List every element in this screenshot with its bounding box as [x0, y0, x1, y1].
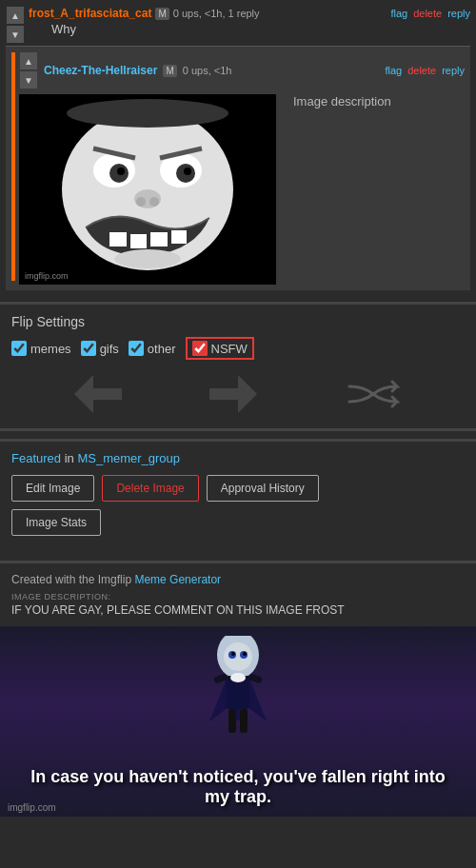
action-buttons-row: Edit Image Delete Image Approval History	[11, 475, 465, 502]
created-line: Created with the Imgflip Meme Generator	[11, 573, 465, 586]
memes-checkbox[interactable]	[11, 341, 27, 356]
svg-point-17	[114, 249, 181, 268]
comment-row-1: ▲ ▼ frost_A_trifasciata_cat M 0 ups, <1h…	[6, 4, 470, 46]
image-desc-header-label: IMAGE DESCRIPTION:	[11, 592, 465, 602]
reply-link-1[interactable]: reply	[447, 8, 470, 19]
checkbox-nsfw[interactable]: NSFW	[186, 337, 254, 360]
image-desc-label: Image description	[293, 90, 391, 108]
svg-point-23	[231, 652, 235, 656]
featured-word: Featured	[11, 451, 61, 465]
nsfw-checkbox[interactable]	[192, 341, 208, 356]
svg-point-7	[184, 168, 191, 175]
next-arrow[interactable]	[209, 375, 257, 413]
svg-rect-26	[228, 709, 236, 733]
checkbox-other[interactable]: other	[129, 341, 176, 356]
imgflip-watermark-troll: imgflip.com	[25, 271, 69, 281]
orange-bar	[11, 52, 15, 281]
edit-image-button[interactable]: Edit Image	[11, 475, 94, 502]
nav-arrows	[11, 369, 465, 419]
delete-image-button[interactable]: Delete Image	[102, 475, 198, 502]
character-figure	[200, 636, 276, 750]
meme-generator-link[interactable]: Meme Generator	[134, 573, 221, 586]
troll-face-image: imgflip.com	[19, 94, 276, 285]
flag-link-2[interactable]: flag	[385, 65, 402, 76]
svg-point-20	[224, 642, 252, 671]
svg-rect-16	[171, 230, 187, 244]
image-stats-button[interactable]: Image Stats	[11, 509, 101, 536]
other-checkbox[interactable]	[129, 341, 144, 356]
svg-point-12	[149, 197, 159, 207]
comment-content-1: Why	[29, 20, 470, 40]
group-link[interactable]: MS_memer_group	[77, 451, 180, 465]
svg-rect-15	[150, 232, 168, 247]
checkbox-gifs[interactable]: gifs	[81, 341, 119, 356]
upvote-2[interactable]: ▲	[20, 52, 37, 69]
badge-1: M	[155, 8, 169, 20]
svg-point-24	[243, 652, 247, 656]
svg-point-18	[67, 99, 228, 128]
bottom-meme: In case you haven't noticed, you've fall…	[0, 626, 476, 817]
checkbox-memes[interactable]: memes	[11, 341, 71, 356]
flag-link-1[interactable]: flag	[390, 8, 407, 19]
in-text: in	[65, 451, 78, 465]
downvote-2[interactable]: ▼	[20, 71, 37, 89]
downvote-1[interactable]: ▼	[7, 26, 24, 43]
shuffle-icon[interactable]	[345, 375, 402, 413]
featured-line: Featured in MS_memer_group	[11, 451, 465, 465]
prev-arrow[interactable]	[74, 375, 122, 413]
meta-1: 0 ups, <1h, 1 reply	[173, 8, 260, 19]
image-desc-section: IMAGE DESCRIPTION: IF YOU ARE GAY, PLEAS…	[11, 592, 465, 617]
delete-link-2[interactable]: delete	[407, 65, 436, 76]
checkboxes-row: memes gifs other NSFW	[11, 337, 465, 360]
comment-meta-1: frost_A_trifasciata_cat M 0 ups, <1h, 1 …	[29, 7, 470, 20]
username-1[interactable]: frost_A_trifasciata_cat	[29, 7, 151, 20]
svg-point-11	[136, 197, 146, 207]
delete-link-1[interactable]: delete	[413, 8, 442, 19]
troll-image-container: imgflip.com Image description	[19, 94, 465, 285]
created-prefix: Created with the Imgflip	[11, 573, 131, 586]
action-links-2: flag delete reply	[385, 65, 465, 76]
bottom-meme-text-1: In case you haven't noticed, you've fall…	[11, 767, 465, 807]
upvote-1[interactable]: ▲	[7, 7, 24, 24]
svg-point-30	[230, 673, 246, 682]
svg-point-6	[117, 168, 125, 175]
flip-settings: Flip Settings memes gifs other NSFW	[0, 302, 476, 431]
comment-section: ▲ ▼ frost_A_trifasciata_cat M 0 ups, <1h…	[0, 0, 476, 294]
svg-rect-14	[130, 234, 147, 248]
meta-2: 0 ups, <1h	[183, 65, 232, 76]
vote-arrows-2[interactable]: ▲ ▼	[19, 52, 38, 89]
gifs-checkbox[interactable]	[81, 341, 96, 356]
svg-rect-27	[240, 709, 248, 733]
badge-2: M	[163, 65, 176, 77]
created-section: Created with the Imgflip Meme Generator …	[0, 561, 476, 626]
featured-section: Featured in MS_memer_group Edit Image De…	[0, 439, 476, 553]
action-links-1: flag delete reply	[390, 8, 470, 19]
reply-link-2[interactable]: reply	[442, 65, 465, 76]
secondary-buttons-row: Image Stats	[11, 509, 465, 536]
image-comment-header: ▲ ▼ Cheez-The-Hellraiser M 0 ups, <1h fl…	[19, 52, 465, 89]
svg-rect-13	[109, 232, 127, 247]
username-2[interactable]: Cheez-The-Hellraiser	[44, 64, 157, 77]
vote-arrows-1[interactable]: ▲ ▼	[6, 7, 25, 43]
image-desc-text: IF YOU ARE GAY, PLEASE COMMENT ON THIS I…	[11, 603, 465, 617]
flip-settings-title: Flip Settings	[11, 314, 465, 329]
approval-history-button[interactable]: Approval History	[207, 475, 319, 502]
image-comment-block: ▲ ▼ Cheez-The-Hellraiser M 0 ups, <1h fl…	[6, 46, 470, 290]
